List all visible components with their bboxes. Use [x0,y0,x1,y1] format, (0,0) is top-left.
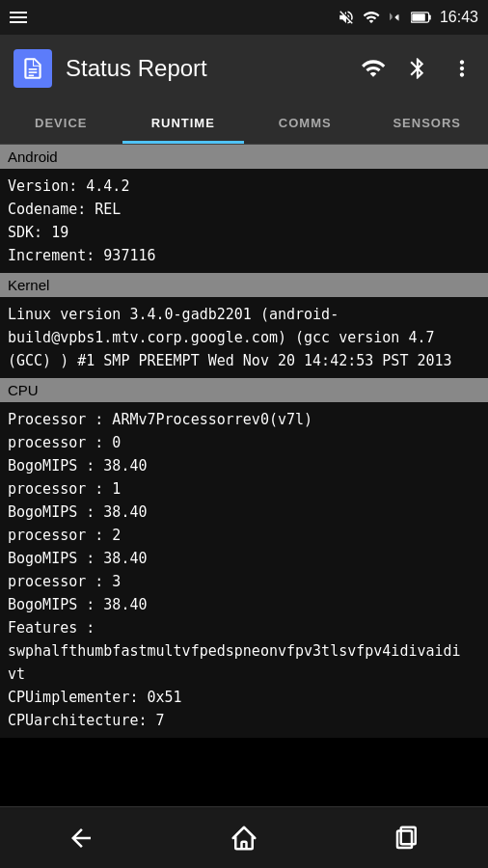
kernel-section-header: Kernel [0,273,488,297]
cpu-features: Features : swphalfthumbfastmultvfpedspne… [8,616,480,686]
cpu-architecture: CPUarchitecture: 7 [8,709,480,732]
toolbar-wifi-icon[interactable] [361,56,386,81]
cpu-bogomips-0: BogoMIPS : 38.40 [8,454,480,477]
cpu-bogomips-3: BogoMIPS : 38.40 [8,593,480,616]
android-sdk: SDK: 19 [8,221,480,244]
bottom-nav [0,806,488,868]
cpu-processor-1: processor : 1 [8,477,480,501]
android-increment: Increment: 937116 [8,244,480,267]
back-button[interactable] [47,814,115,862]
kernel-section-content: Linux version 3.4.0-gadb2201 (android-bu… [0,297,488,378]
status-bar-left [10,12,27,23]
android-version: Version: 4.4.2 [8,175,480,198]
android-codename: Codename: REL [8,198,480,221]
tab-runtime[interactable]: RUNTIME [122,102,245,144]
tab-device[interactable]: DEVICE [0,102,122,144]
content-area: Android Version: 4.4.2 Codename: REL SDK… [0,145,488,806]
menu-icon [10,12,27,23]
app-icon [14,49,52,88]
cpu-processor-3: processor : 3 [8,570,480,593]
svg-rect-3 [29,68,38,70]
svg-rect-4 [29,71,38,73]
cpu-implementer: CPUimplementer: 0x51 [8,686,480,709]
signal-icon [388,9,403,26]
svg-rect-2 [412,14,425,21]
app-bar: Status Report [0,35,488,102]
tab-comms[interactable]: COMMS [244,102,366,144]
android-section-content: Version: 4.4.2 Codename: REL SDK: 19 Inc… [0,169,488,273]
home-button[interactable] [210,814,278,862]
toolbar-more-icon[interactable] [449,56,474,81]
app-title: Status Report [66,55,361,82]
tab-sensors[interactable]: SENSORS [366,102,489,144]
wifi-icon [363,9,380,26]
cpu-processor-0: processor : 0 [8,431,480,454]
status-bar-right: 16:43 [338,9,478,26]
svg-rect-5 [29,75,34,77]
svg-rect-1 [429,14,431,19]
cpu-processor-2: processor : 2 [8,524,480,547]
clock: 16:43 [440,9,478,26]
tab-bar: DEVICE RUNTIME COMMS SENSORS [0,102,488,145]
cpu-processor: Processor : ARMv7Processorrev0(v7l) [8,408,480,431]
cpu-bogomips-2: BogoMIPS : 38.40 [8,547,480,570]
recents-button[interactable] [373,814,441,862]
cpu-bogomips-1: BogoMIPS : 38.40 [8,501,480,524]
status-bar: 16:43 [0,0,488,35]
mute-icon [338,9,355,26]
toolbar-bluetooth-icon[interactable] [405,56,430,81]
cpu-section-content: Processor : ARMv7Processorrev0(v7l) proc… [0,402,488,738]
app-bar-actions [361,56,474,81]
kernel-info: Linux version 3.4.0-gadb2201 (android-bu… [8,303,480,372]
android-section-header: Android [0,145,488,169]
battery-icon [411,11,432,24]
cpu-section-header: CPU [0,378,488,402]
